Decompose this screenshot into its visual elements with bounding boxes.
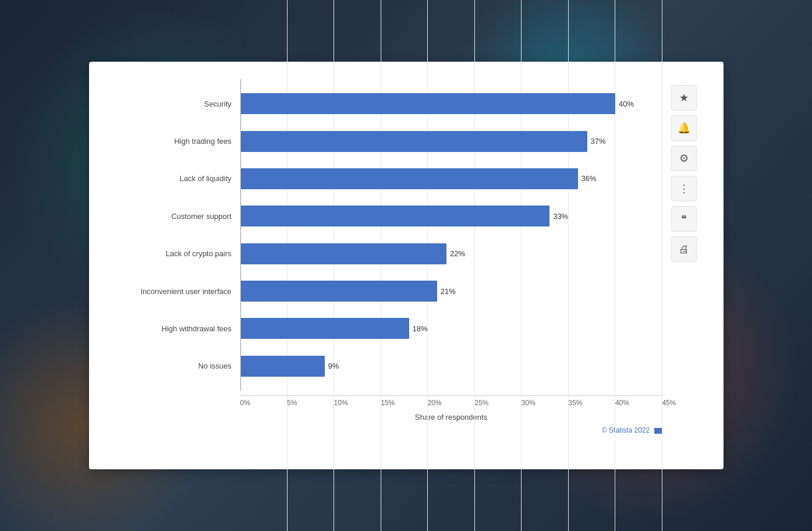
bar-value: 37% bbox=[591, 137, 606, 146]
chart-container: Security 40% High trading fees 37% Lack … bbox=[89, 62, 724, 469]
bar-label: Inconvenient user interface bbox=[112, 287, 240, 296]
bar-label: Customer support bbox=[112, 212, 240, 221]
bar-row: Security 40% bbox=[112, 88, 662, 119]
bar-value: 9% bbox=[328, 362, 339, 370]
bar-wrapper: 18% bbox=[240, 318, 662, 339]
x-axis: 0%5%10%15%20%25%30%35%40%45% bbox=[112, 395, 662, 407]
bar-fill bbox=[240, 243, 446, 264]
bar-row: High withdrawal fees 18% bbox=[112, 313, 662, 344]
sidebar-icons: ★🔔⚙⋮❝🖨 bbox=[671, 79, 700, 434]
bar-fill bbox=[240, 356, 325, 377]
bar-wrapper: 21% bbox=[240, 281, 662, 302]
bar-row: High trading fees 37% bbox=[112, 126, 662, 157]
chart-main: Security 40% High trading fees 37% Lack … bbox=[112, 79, 662, 434]
bar-row: Lack of liquidity 36% bbox=[112, 164, 662, 194]
chart-area: Security 40% High trading fees 37% Lack … bbox=[112, 79, 662, 391]
quote-icon-button[interactable]: ❝ bbox=[671, 206, 697, 232]
bar-wrapper: 37% bbox=[240, 131, 662, 152]
bar-row: No issues 9% bbox=[112, 351, 662, 381]
bar-wrapper: 9% bbox=[240, 356, 662, 377]
bar-wrapper: 33% bbox=[240, 206, 662, 226]
bar-row: Customer support 33% bbox=[112, 201, 662, 231]
bar-value: 33% bbox=[553, 212, 568, 221]
bar-fill bbox=[240, 206, 550, 226]
bar-wrapper: 40% bbox=[240, 93, 662, 114]
bar-value: 18% bbox=[413, 324, 428, 333]
print-icon-button[interactable]: 🖨 bbox=[671, 236, 697, 262]
statista-text: © Statista 2022 bbox=[602, 426, 650, 434]
bar-label: Lack of crypto pairs bbox=[112, 249, 240, 258]
bars-section: Security 40% High trading fees 37% Lack … bbox=[112, 79, 662, 391]
y-axis-line bbox=[240, 79, 241, 391]
bar-row: Inconvenient user interface 21% bbox=[112, 276, 662, 306]
star-icon-button[interactable]: ★ bbox=[671, 85, 697, 111]
bar-value: 22% bbox=[450, 249, 465, 258]
bar-label: Security bbox=[112, 100, 240, 108]
bar-value: 21% bbox=[441, 287, 456, 296]
bar-wrapper: 36% bbox=[240, 168, 662, 189]
bar-fill bbox=[240, 168, 578, 189]
bar-label: High withdrawal fees bbox=[112, 324, 240, 333]
bar-label: No issues bbox=[112, 362, 240, 370]
bar-fill bbox=[240, 93, 615, 114]
gear-icon-button[interactable]: ⚙ bbox=[671, 146, 697, 171]
bar-value: 40% bbox=[619, 100, 634, 108]
bar-label: High trading fees bbox=[112, 137, 240, 146]
x-axis-label: Share of respondents bbox=[112, 413, 662, 422]
x-axis-ticks: 0%5%10%15%20%25%30%35%40%45% bbox=[240, 395, 662, 407]
statista-footer: © Statista 2022 bbox=[112, 422, 662, 434]
bar-fill bbox=[240, 318, 409, 339]
bell-icon-button[interactable]: 🔔 bbox=[671, 115, 697, 141]
bar-fill bbox=[240, 131, 587, 152]
share-icon-button[interactable]: ⋮ bbox=[671, 176, 697, 201]
bar-wrapper: 22% bbox=[240, 243, 662, 264]
bar-label: Lack of liquidity bbox=[112, 174, 240, 183]
bar-row: Lack of crypto pairs 22% bbox=[112, 239, 662, 269]
flag-icon bbox=[654, 428, 662, 434]
bar-value: 36% bbox=[581, 174, 597, 183]
bar-fill bbox=[240, 281, 437, 302]
